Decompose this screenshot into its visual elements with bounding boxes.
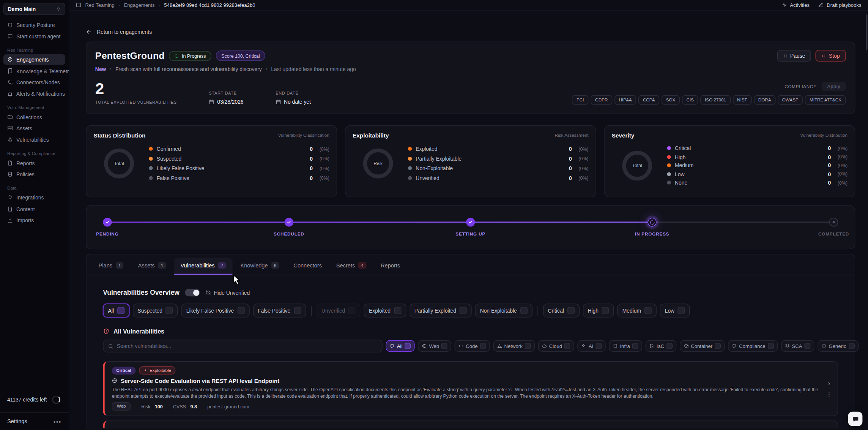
tab-knowledge[interactable]: Knowledge6 [234, 258, 286, 275]
type-chip-all[interactable]: All [386, 340, 415, 352]
nodes-icon [7, 79, 13, 85]
tab-secrets[interactable]: Secrets4 [329, 258, 373, 275]
sidebar-item-content[interactable]: Content [3, 204, 65, 214]
chip-count-box [848, 343, 854, 349]
type-chip-web[interactable]: Web [418, 340, 451, 352]
sidebar-item-security-posture[interactable]: Security Posture [3, 20, 65, 30]
type-chip-container[interactable]: Container [680, 340, 725, 352]
sidebar-item-collections[interactable]: Collections [3, 112, 65, 122]
filter-chip-high[interactable]: High [583, 304, 614, 317]
clipboard-icon [7, 171, 13, 177]
plug-icon [7, 194, 13, 200]
settings-row[interactable]: Settings ••• [0, 412, 69, 430]
filter-chip-partially-exploited[interactable]: Partially Exploited [410, 304, 472, 317]
search-input[interactable] [117, 343, 378, 349]
tab-label: Vulnerabilities [180, 262, 214, 269]
back-to-engagements-link[interactable]: Return to engagements [86, 29, 152, 35]
type-chip-ai[interactable]: AI [578, 340, 606, 352]
tab-count-badge: 4 [358, 262, 366, 269]
filter-chip-critical[interactable]: Critical [543, 304, 579, 317]
tab-reports[interactable]: Reports [374, 258, 407, 275]
apply-button[interactable]: Apply [822, 82, 846, 91]
breadcrumb-root[interactable]: Red Teaming [85, 2, 115, 8]
end-date-label: END DATE [276, 91, 311, 96]
chip-label: Partially Exploited [414, 307, 456, 313]
filter-chip-likely-false-positive[interactable]: Likely False Positive [181, 304, 249, 317]
vulnerability-list-item-partial[interactable] [103, 421, 838, 428]
sidebar-item-assets[interactable]: Assets [3, 123, 65, 134]
sidebar: Demo Main Security Posture Start custom … [0, 0, 69, 430]
item-controls: › ⋮ [826, 366, 832, 411]
compliance-tag: GDPR [591, 95, 612, 105]
activity-icon [781, 2, 787, 8]
chat-launcher-button[interactable] [848, 412, 862, 426]
sidebar-item-engagements[interactable]: Engagements [3, 54, 65, 65]
filter-chip-false-positive[interactable]: False Positive [253, 304, 306, 317]
kebab-menu-icon[interactable]: ⋮ [826, 391, 832, 397]
step-label: COMPLETED [818, 232, 849, 237]
card-title: Status Distribution [93, 132, 145, 139]
type-chip-sca[interactable]: SCA [781, 340, 814, 352]
sidebar-item-knowledge-telemetry[interactable]: Knowledge & Telemetry [3, 66, 65, 76]
filter-chip-low[interactable]: Low [660, 304, 690, 317]
exploitable-badge: Exploitable [139, 366, 175, 375]
legend-row: Confirmed0(0%) [149, 144, 329, 154]
legend-pct: (0%) [831, 145, 848, 151]
filter-chip-exploited[interactable]: Exploited [364, 304, 406, 317]
type-chip-network[interactable]: Network [493, 340, 534, 352]
risk-value: 100 [155, 404, 163, 409]
chip-count-box [480, 343, 486, 349]
pause-button[interactable]: Pause [777, 50, 811, 62]
type-chip-iac[interactable]: IaC [646, 340, 677, 352]
draft-playbooks-button[interactable]: Draft playbooks [818, 2, 861, 8]
sidebar-item-label: Connectors/Nodes [16, 79, 60, 85]
workspace-switcher[interactable]: Demo Main [3, 3, 65, 15]
type-chip-code[interactable]: Code [455, 340, 490, 352]
activities-button[interactable]: Activities [781, 2, 810, 8]
legend-pct: (0%) [313, 175, 329, 181]
chip-count-box [595, 343, 602, 349]
sidebar-item-integrations[interactable]: Integrations [3, 192, 65, 203]
vulnerability-list-item[interactable]: Critical Exploitable Server-Side Code Ev… [103, 361, 838, 416]
sidebar-item-connectors-nodes[interactable]: Connectors/Nodes [3, 77, 65, 88]
filter-chip-unverified[interactable]: Unverified [317, 304, 361, 317]
stop-button[interactable]: Stop [816, 50, 846, 62]
type-chip-compliance[interactable]: Compliance [728, 340, 778, 352]
tab-vulnerabilities[interactable]: Vulnerabilities7 [174, 258, 233, 275]
panel-icon[interactable] [76, 2, 82, 8]
exploitability-card: Exploitability Risk Assessment Risk Expl… [345, 125, 596, 198]
chevron-up-down-icon [56, 6, 61, 11]
type-chip-generic[interactable]: Generic [818, 340, 858, 352]
breadcrumb-section[interactable]: Engagements [124, 2, 155, 8]
sidebar-item-alerts-notifications[interactable]: Alerts & Notifications [3, 89, 65, 99]
sidebar-item-imports[interactable]: Imports [3, 215, 65, 226]
sidebar-item-start-custom-agent[interactable]: Start custom agent [3, 31, 65, 42]
legend-dot [408, 157, 412, 160]
chip-count-box [520, 307, 527, 314]
tab-connectors[interactable]: Connectors [287, 258, 329, 275]
legend-label: False Positive [157, 175, 310, 181]
sidebar-item-reports[interactable]: Reports [3, 158, 65, 168]
sidebar-item-policies[interactable]: Policies [3, 169, 65, 180]
stop-button-label: Stop [829, 53, 840, 59]
filter-chip-non-exploitable[interactable]: Non Exploitable [475, 304, 532, 317]
filter-chip-medium[interactable]: Medium [618, 304, 657, 317]
shield-alert-icon [103, 328, 110, 335]
check-icon [285, 218, 293, 226]
chip-count-box [602, 307, 609, 314]
tab-plans[interactable]: Plans1 [92, 258, 130, 275]
chevron-right-icon[interactable]: › [828, 379, 830, 387]
legend-label: Unverified [416, 175, 569, 181]
type-chip-infra[interactable]: Infra [609, 340, 642, 352]
tab-assets[interactable]: Assets1 [131, 258, 173, 275]
type-chip-cloud[interactable]: Cloud [538, 340, 575, 352]
status-badge: In Progress [169, 51, 211, 60]
filter-chip-suspected[interactable]: Suspected [132, 304, 178, 317]
dot-separator: • [110, 66, 112, 71]
sidebar-item-vulnerabilities[interactable]: Vulnerabilities [3, 134, 65, 145]
chat-icon [852, 415, 859, 422]
dot-separator: · [201, 404, 203, 409]
more-menu-icon[interactable]: ••• [54, 418, 61, 425]
hide-unverified-toggle[interactable] [185, 289, 200, 296]
filter-chip-all[interactable]: All [103, 304, 129, 317]
